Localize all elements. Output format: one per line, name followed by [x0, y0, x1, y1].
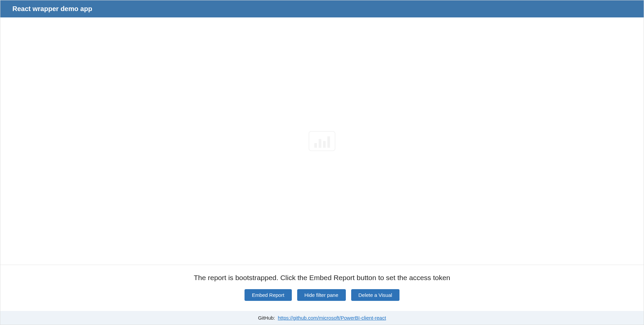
footer-label: GitHub:: [258, 315, 275, 321]
delete-visual-button[interactable]: Delete a Visual: [351, 289, 400, 301]
controls-section: The report is bootstrapped. Click the Em…: [0, 265, 644, 311]
powerbi-bars-icon: [309, 131, 335, 151]
button-row: Embed Report Hide filter pane Delete a V…: [0, 289, 644, 301]
bar-icon-segment: [319, 139, 321, 148]
report-embed-area: [0, 17, 644, 265]
bar-icon-segment: [323, 141, 326, 148]
app-title: React wrapper demo app: [12, 5, 92, 12]
embed-report-button[interactable]: Embed Report: [245, 289, 292, 301]
github-link[interactable]: https://github.com/microsoft/PowerBI-cli…: [278, 315, 386, 321]
app-header: React wrapper demo app: [0, 0, 644, 17]
footer: GitHub: https://github.com/microsoft/Pow…: [0, 311, 644, 325]
hide-filter-pane-button[interactable]: Hide filter pane: [297, 289, 346, 301]
bar-icon-segment: [327, 136, 330, 148]
bar-icon-segment: [314, 143, 317, 148]
status-message: The report is bootstrapped. Click the Em…: [0, 274, 644, 282]
